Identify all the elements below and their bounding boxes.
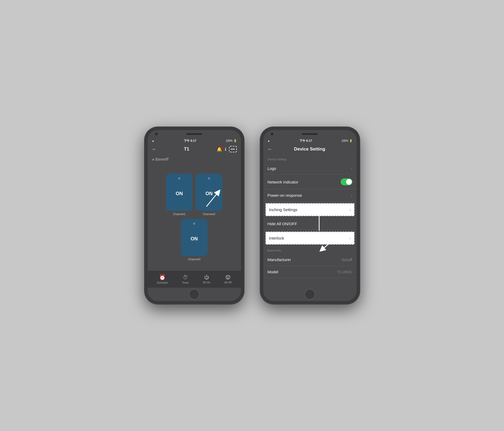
battery-percent-2: 100% bbox=[341, 139, 348, 142]
manufacturer-value: Sonoff bbox=[341, 258, 352, 262]
all-on-button[interactable]: ⏻ All On bbox=[203, 275, 210, 284]
channel1-label: Channel1 bbox=[173, 211, 185, 216]
phone-2-screen: ▲ 下午 6:17 100% 🔋 ← Device Setting Device… bbox=[263, 130, 357, 301]
power-on-response-label: Power-on response bbox=[268, 193, 302, 198]
channel3-state: ON bbox=[191, 225, 198, 253]
channel1-container: ON Channel1 bbox=[166, 174, 193, 216]
model-label: Model bbox=[268, 270, 278, 274]
settings-title: Device Setting bbox=[272, 147, 347, 152]
schedule-icon: ⏰ bbox=[159, 274, 166, 281]
all-off-label: All Off bbox=[224, 281, 232, 284]
inching-settings-row[interactable]: Inching Settings › bbox=[265, 203, 355, 216]
home-button-2[interactable] bbox=[305, 289, 315, 300]
logs-label: Logs bbox=[268, 166, 276, 171]
t1-nav-bar: ← T1 🔔 ℹ ••• bbox=[148, 143, 241, 155]
channel3-button[interactable]: ON bbox=[181, 219, 207, 256]
network-indicator-row[interactable]: Network indicator bbox=[263, 175, 357, 189]
front-camera bbox=[155, 133, 158, 135]
channel2-button[interactable]: ON bbox=[196, 174, 222, 211]
timer-icon: ⏱ bbox=[183, 274, 188, 281]
earpiece-speaker-2 bbox=[302, 133, 318, 135]
t1-title: T1 bbox=[184, 147, 189, 152]
nav-icons: 🔔 ℹ ••• bbox=[217, 146, 237, 152]
home-button[interactable] bbox=[189, 289, 199, 300]
timer-label: Timer bbox=[182, 281, 189, 284]
wifi-icon-2: ▲ bbox=[268, 139, 270, 142]
channel2-state: ON bbox=[206, 179, 213, 208]
interlock-row[interactable]: Interlock › bbox=[265, 232, 355, 245]
channel3-container: ON Channel3 bbox=[181, 219, 207, 261]
battery-icon: 🔋 bbox=[234, 139, 237, 142]
hide-all-label: Hide All ON/OFF bbox=[268, 221, 297, 226]
settings-nav-bar: ← Device Setting bbox=[263, 143, 357, 155]
power-on-chevron: › bbox=[351, 193, 352, 198]
all-on-label: All On bbox=[203, 281, 210, 284]
schedule-label: Schedule bbox=[157, 281, 168, 284]
settings-back-button[interactable]: ← bbox=[268, 147, 272, 152]
status-right: 100% 🔋 bbox=[226, 139, 237, 142]
timer-button[interactable]: ⏱ Timer bbox=[182, 274, 189, 284]
t1-screen: ▲ 下午 6:17 100% 🔋 ← T1 🔔 ℹ ••• bbox=[148, 130, 241, 301]
channel1-button[interactable]: ON bbox=[166, 174, 193, 211]
toggle-thumb bbox=[346, 179, 352, 185]
notification-icon[interactable]: 🔔 bbox=[217, 147, 222, 152]
battery-percent: 100% bbox=[226, 139, 233, 142]
all-off-icon: ⏼ bbox=[226, 275, 230, 280]
network-indicator-label: Network indicator bbox=[268, 180, 298, 184]
channel2-indicator bbox=[208, 177, 210, 179]
front-camera-2 bbox=[271, 133, 273, 135]
channel-row-bottom: ON Channel3 bbox=[181, 219, 207, 261]
logo-icon: ◉ bbox=[152, 158, 154, 161]
notification-badge bbox=[221, 146, 223, 148]
status-left: ▲ bbox=[152, 139, 155, 142]
model-row: Model T1 UK3C bbox=[263, 266, 357, 278]
logs-row[interactable]: Logs › bbox=[263, 162, 357, 175]
power-on-response-row[interactable]: Power-on response › bbox=[263, 189, 357, 202]
battery-icon-2: 🔋 bbox=[349, 139, 352, 142]
inching-settings-chevron: › bbox=[349, 208, 351, 212]
home-button-area-2 bbox=[263, 288, 357, 301]
brand-name: Sonoff bbox=[155, 157, 169, 161]
channel3-indicator bbox=[193, 223, 195, 225]
status-bar: ▲ 下午 6:17 100% 🔋 bbox=[148, 138, 241, 143]
manufacturer-row: Manufacturer Sonoff bbox=[263, 254, 357, 266]
manufacturer-label: Manufacturer bbox=[268, 257, 291, 262]
channel2-container: ON Channel2 bbox=[196, 174, 222, 216]
hide-all-row[interactable]: Hide All ON/OFF bbox=[263, 218, 357, 230]
phone-1-screen: ▲ 下午 6:17 100% 🔋 ← T1 🔔 ℹ ••• bbox=[148, 130, 241, 301]
channel1-indicator bbox=[178, 177, 180, 179]
more-button[interactable]: ••• bbox=[229, 146, 237, 152]
phone-1: ▲ 下午 6:17 100% 🔋 ← T1 🔔 ℹ ••• bbox=[144, 127, 244, 304]
wifi-icon: ▲ bbox=[152, 139, 155, 142]
channel1-state: ON bbox=[176, 179, 183, 208]
status-right-2: 100% 🔋 bbox=[341, 139, 352, 142]
settings-screen: ▲ 下午 6:17 100% 🔋 ← Device Setting Device… bbox=[263, 130, 357, 301]
phone-1-top bbox=[148, 130, 241, 138]
channel2-label: Channel2 bbox=[203, 211, 215, 216]
schedule-button[interactable]: ⏰ Schedule bbox=[157, 274, 168, 284]
home-button-area bbox=[148, 288, 241, 301]
model-value: T1 UK3C bbox=[337, 270, 352, 274]
device-setting-section-label: Device Setting bbox=[263, 155, 357, 162]
logs-chevron: › bbox=[351, 166, 352, 171]
channel-row-top: ON Channel1 ON Channel2 bbox=[166, 174, 222, 216]
all-on-icon: ⏻ bbox=[204, 275, 209, 280]
earpiece-speaker bbox=[186, 133, 202, 135]
channels-grid: ON Channel1 ON Channel2 bbox=[148, 164, 241, 271]
status-time-2: 下午 6:17 bbox=[299, 139, 312, 143]
phone-2: ▲ 下午 6:17 100% 🔋 ← Device Setting Device… bbox=[260, 127, 360, 304]
all-off-button[interactable]: ⏼ All Off bbox=[224, 275, 232, 284]
back-button[interactable]: ← bbox=[152, 147, 157, 152]
bottom-bar: ⏰ Schedule ⏱ Timer ⏻ All On ⏼ All Off bbox=[148, 271, 241, 288]
status-left-2: ▲ bbox=[268, 139, 270, 142]
channel3-label: Channel3 bbox=[188, 256, 200, 261]
phone-2-top bbox=[263, 130, 357, 138]
inching-settings-label: Inching Settings bbox=[269, 207, 298, 212]
sonoff-logo-area: ◉ Sonoff bbox=[148, 155, 241, 164]
network-indicator-toggle[interactable] bbox=[341, 178, 352, 185]
settings-content: Device Setting Logs › Network indicator … bbox=[263, 155, 357, 288]
interlock-label: Interlock bbox=[269, 236, 284, 240]
info-icon[interactable]: ℹ bbox=[225, 147, 226, 152]
interlock-chevron: › bbox=[349, 236, 351, 240]
status-bar-2: ▲ 下午 6:17 100% 🔋 bbox=[263, 138, 357, 143]
